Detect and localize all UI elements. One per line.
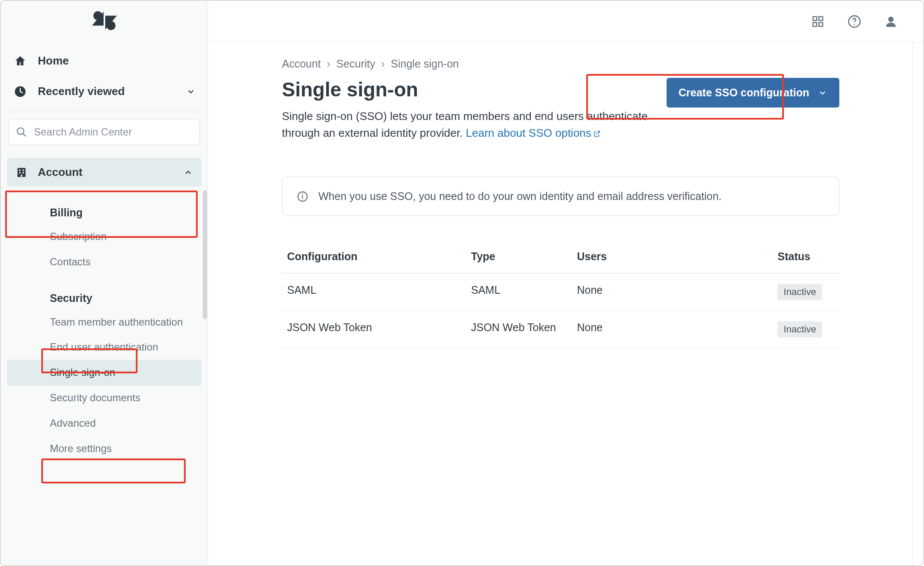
breadcrumb-item[interactable]: Single sign-on [391, 58, 459, 70]
cell-type: JSON Web Token [466, 311, 572, 348]
chevron-down-icon [818, 88, 827, 98]
cell-users: None [572, 311, 772, 348]
table-row[interactable]: JSON Web Token JSON Web Token None Inact… [282, 311, 839, 348]
clock-icon [14, 85, 27, 98]
col-status: Status [772, 243, 839, 274]
apps-icon[interactable] [811, 15, 824, 28]
subnav-heading-security[interactable]: Security [1, 287, 208, 310]
cell-users: None [572, 274, 772, 311]
table-row[interactable]: SAML SAML None Inactive [282, 274, 839, 311]
sidebar-item-security-docs[interactable]: Security documents [1, 385, 208, 411]
info-banner: When you use SSO, you need to do your ow… [282, 177, 839, 216]
sso-table: Configuration Type Users Status SAML SAM… [282, 243, 839, 348]
sidebar-category-account[interactable]: Account [7, 158, 202, 187]
page-subtitle: Single sign-on (SSO) lets your team memb… [282, 108, 649, 142]
chevron-right-icon: › [327, 58, 330, 70]
sidebar-item-label: Recently viewed [38, 85, 125, 98]
col-configuration: Configuration [282, 243, 466, 274]
breadcrumb-item[interactable]: Account [282, 58, 321, 70]
col-type: Type [466, 243, 572, 274]
search-icon [16, 126, 27, 138]
sidebar: Home Recently viewed Accou [1, 1, 208, 565]
scrollbar[interactable] [203, 190, 207, 319]
col-users: Users [572, 243, 772, 274]
svg-rect-12 [813, 16, 817, 20]
create-sso-button[interactable]: Create SSO configuration [667, 78, 839, 108]
chevron-right-icon: › [381, 58, 385, 70]
button-label: Create SSO configuration [679, 86, 809, 99]
cell-config: SAML [282, 274, 466, 311]
breadcrumb-item[interactable]: Security [337, 58, 375, 70]
external-link-icon [593, 127, 601, 140]
chevron-down-icon [186, 87, 196, 96]
svg-rect-9 [19, 172, 21, 173]
home-icon [14, 55, 27, 68]
svg-point-17 [854, 24, 855, 25]
profile-icon[interactable] [884, 15, 897, 28]
sidebar-item-end-user-auth[interactable]: End user authentication [1, 335, 208, 360]
cell-type: SAML [466, 274, 572, 311]
banner-text: When you use SSO, you need to do your ow… [318, 190, 722, 203]
info-icon [297, 191, 308, 202]
help-icon[interactable] [848, 15, 861, 28]
svg-rect-11 [21, 174, 22, 177]
sidebar-item-more-settings[interactable]: More settings [1, 436, 208, 461]
svg-line-5 [23, 133, 26, 136]
status-badge: Inactive [777, 321, 822, 338]
topbar [208, 1, 923, 42]
svg-rect-14 [813, 22, 817, 26]
main: Account › Security › Single sign-on Sing… [208, 1, 923, 565]
svg-point-4 [17, 128, 24, 134]
sidebar-item-advanced[interactable]: Advanced [1, 411, 208, 436]
sidebar-item-home[interactable]: Home [1, 46, 208, 76]
svg-point-21 [302, 194, 303, 195]
sidebar-item-recently-viewed[interactable]: Recently viewed [1, 76, 208, 107]
cell-config: JSON Web Token [282, 311, 466, 348]
breadcrumb: Account › Security › Single sign-on [282, 58, 839, 70]
zendesk-logo [1, 1, 208, 40]
svg-rect-15 [819, 22, 823, 26]
category-label: Account [38, 166, 83, 179]
divider [1, 112, 208, 112]
learn-link[interactable]: Learn about SSO options [466, 126, 601, 139]
sidebar-item-single-sign-on[interactable]: Single sign-on [7, 360, 202, 385]
svg-point-18 [888, 16, 894, 22]
status-badge: Inactive [777, 284, 822, 300]
search-input[interactable] [33, 126, 193, 138]
subnav-heading-billing[interactable]: Billing [1, 201, 208, 224]
search-input-wrap[interactable] [9, 119, 200, 145]
page-title: Single sign-on [282, 78, 649, 101]
svg-rect-8 [22, 169, 24, 171]
sidebar-item-team-auth[interactable]: Team member authentication [1, 310, 208, 335]
svg-rect-7 [19, 169, 21, 171]
svg-rect-13 [819, 16, 823, 20]
sidebar-item-label: Home [38, 54, 69, 68]
chevron-up-icon [184, 168, 193, 177]
sidebar-subnav: Billing Subscription Contacts Security T… [1, 187, 208, 465]
sidebar-item-contacts[interactable]: Contacts [1, 249, 208, 275]
building-icon [15, 166, 28, 178]
sidebar-item-subscription[interactable]: Subscription [1, 224, 208, 249]
svg-rect-10 [22, 172, 24, 173]
content: Account › Security › Single sign-on Sing… [208, 42, 913, 565]
